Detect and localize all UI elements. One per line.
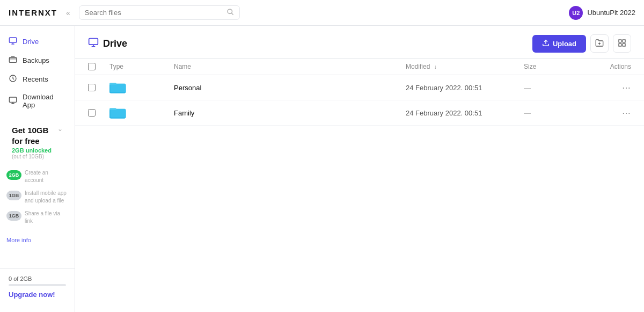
sidebar: Drive Backups Recents Download App Get <box>0 26 75 312</box>
row-2-more-button[interactable]: ⋯ <box>622 108 631 118</box>
collapse-sidebar-button[interactable]: « <box>64 6 72 19</box>
svg-rect-21 <box>111 109 126 118</box>
table-header: Type Name Modified ↓ Size Actions <box>75 59 644 75</box>
main-title: Drive <box>88 37 127 50</box>
row-2-check <box>88 109 109 117</box>
svg-rect-13 <box>623 43 625 46</box>
promo-unlocked: 2GB unlocked <box>12 147 57 154</box>
progress-text-1: Install mobile app and upload a file <box>25 190 68 205</box>
search-bar <box>79 5 240 20</box>
monitor-icon <box>9 96 17 106</box>
promo-title: Get 10GB for free <box>12 125 57 146</box>
backups-icon <box>9 55 17 66</box>
progress-text-2: Share a file via link <box>25 210 68 225</box>
header-check <box>88 63 109 70</box>
promo-collapse-icon[interactable]: ⌄ <box>57 125 63 133</box>
main-content: Drive Upload <box>75 26 644 312</box>
row-1-check <box>88 84 109 91</box>
sidebar-item-backups[interactable]: Backups <box>0 51 75 70</box>
main-actions: Upload <box>532 34 631 53</box>
row-2-name: Family <box>174 109 406 117</box>
promo-section: Get 10GB for free 2GB unlocked (out of 1… <box>6 120 68 165</box>
svg-rect-11 <box>623 40 625 42</box>
header-type: Type <box>109 63 174 70</box>
storage-text: 0 of 2GB <box>9 275 66 282</box>
select-all-checkbox[interactable] <box>88 63 96 70</box>
upload-button[interactable]: Upload <box>532 35 586 53</box>
sidebar-item-label-recents: Recents <box>23 75 48 83</box>
row-1-more-button[interactable]: ⋯ <box>622 83 631 93</box>
row-2-checkbox[interactable] <box>88 109 96 117</box>
row-1-modified: 24 February 2022. 00:51 <box>406 84 524 92</box>
grid-view-button[interactable] <box>613 34 631 53</box>
new-folder-button[interactable] <box>590 34 609 53</box>
main-header: Drive Upload <box>75 26 644 59</box>
header-name: Name <box>174 63 406 70</box>
new-folder-icon <box>595 39 604 49</box>
svg-rect-10 <box>619 40 621 42</box>
sidebar-item-drive[interactable]: Drive <box>0 32 75 51</box>
progress-item-1: 1GB Install mobile app and upload a file <box>6 190 68 205</box>
folder-icon <box>109 81 127 95</box>
sidebar-item-download-app[interactable]: Download App <box>0 89 75 113</box>
upload-label: Upload <box>553 40 576 48</box>
row-1-actions: ⋯ <box>588 83 631 93</box>
table-row: Personal 24 February 2022. 00:51 — ⋯ <box>75 75 644 100</box>
svg-line-1 <box>231 13 233 14</box>
progress-dot-1gb-0: 1GB <box>6 191 21 200</box>
svg-rect-3 <box>9 57 16 62</box>
progress-item-0: 2GB Create an account <box>6 169 68 184</box>
row-2-size: — <box>524 109 588 117</box>
header-modified[interactable]: Modified ↓ <box>406 63 524 70</box>
username: UbuntuPit 2022 <box>587 9 635 17</box>
progress-item-2: 1GB Share a file via link <box>6 210 68 225</box>
file-table: Type Name Modified ↓ Size Actions <box>75 59 644 312</box>
row-2-actions: ⋯ <box>588 108 631 118</box>
row-1-checkbox[interactable] <box>88 84 96 91</box>
row-2-modified: 24 February 2022. 00:51 <box>406 109 524 117</box>
logo: INTERNXT <box>9 8 57 17</box>
upload-icon <box>542 39 550 48</box>
main-title-text: Drive <box>103 38 127 49</box>
progress-dot-1gb-1: 1GB <box>6 211 21 221</box>
search-input[interactable] <box>85 9 223 17</box>
table-row: Family 24 February 2022. 00:51 — ⋯ <box>75 100 644 126</box>
svg-rect-5 <box>9 97 16 102</box>
sidebar-item-label-download-app: Download App <box>23 93 66 109</box>
svg-rect-12 <box>619 43 621 46</box>
topbar: INTERNXT « U2 UbuntuPit 2022 <box>0 0 644 26</box>
progress-section: 2GB Create an account 1GB Install mobile… <box>6 169 68 230</box>
row-1-name: Personal <box>174 84 406 92</box>
progress-text-0: Create an account <box>25 169 68 184</box>
sidebar-item-label-drive: Drive <box>23 38 39 46</box>
progress-dot-2gb: 2GB <box>6 170 21 180</box>
search-icon <box>226 8 234 17</box>
row-1-size: — <box>524 84 588 92</box>
svg-rect-17 <box>111 84 126 92</box>
more-info-link[interactable]: More info <box>0 235 75 245</box>
sidebar-bottom: 0 of 2GB Upgrade now! <box>0 269 75 306</box>
svg-rect-6 <box>89 38 98 45</box>
upgrade-button[interactable]: Upgrade now! <box>9 291 55 299</box>
header-actions: Actions <box>588 63 631 70</box>
user-badge: U2 <box>569 6 583 20</box>
layout: Drive Backups Recents Download App Get <box>0 26 644 312</box>
row-2-type <box>109 106 174 120</box>
sidebar-item-label-backups: Backups <box>23 56 49 64</box>
main-drive-icon <box>88 37 99 50</box>
svg-rect-2 <box>9 38 16 42</box>
folder-icon <box>109 106 127 120</box>
recents-icon <box>9 74 17 84</box>
sidebar-item-recents[interactable]: Recents <box>0 70 75 89</box>
svg-point-0 <box>228 9 232 13</box>
grid-icon <box>618 39 626 49</box>
drive-icon <box>9 37 17 47</box>
row-1-type <box>109 81 174 95</box>
promo-of: (out of 10GB) <box>12 154 57 159</box>
topbar-right: U2 UbuntuPit 2022 <box>569 6 635 20</box>
header-size: Size <box>524 63 588 70</box>
sort-arrow-icon: ↓ <box>434 64 437 70</box>
storage-bar <box>9 284 66 286</box>
